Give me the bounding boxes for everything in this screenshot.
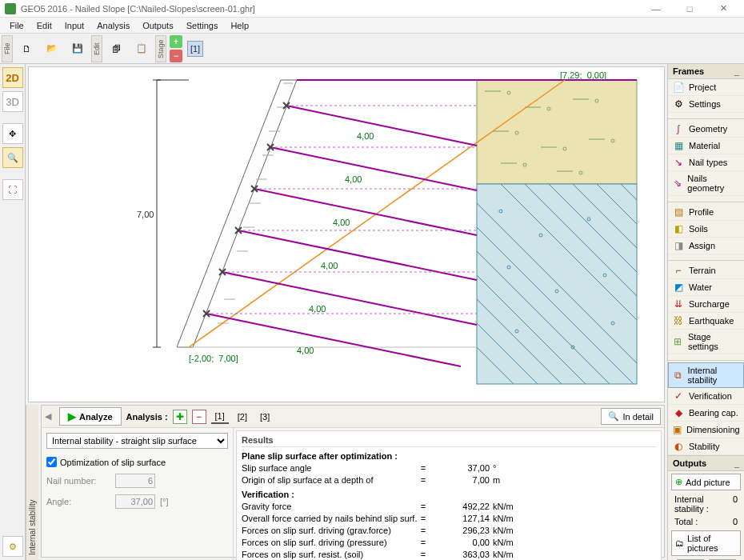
frame-item-bearing-cap-[interactable]: ◆Bearing cap. (668, 405, 744, 422)
frame-item-internal-stability[interactable]: ⧉Internal stability (668, 362, 744, 388)
angle-label: Angle: (46, 497, 110, 506)
list-pictures-button[interactable]: 🗂 List of pictures (671, 530, 741, 556)
view-2d-button[interactable]: 2D (2, 67, 23, 88)
menu-input[interactable]: Input (58, 19, 90, 32)
result-key: Forces on slip surf. driving (pressure) (242, 537, 418, 549)
frame-item-label: Soils (689, 224, 708, 234)
toolbar-group-edit: Edit (91, 35, 102, 62)
result-row: Forces on slip surf. driving (grav.force… (242, 525, 656, 537)
svg-rect-0 (477, 80, 637, 184)
result-unit: kN/m (493, 549, 514, 560)
svg-marker-40 (177, 80, 297, 347)
optimize-checkbox-label: Optimization of slip surface (60, 458, 166, 467)
svg-rect-17 (477, 184, 637, 384)
frames-panel-title: Frames (673, 66, 704, 76)
frame-item-assign[interactable]: ◨Assign (668, 238, 744, 254)
view-3d-button[interactable]: 3D (2, 91, 23, 112)
analysis-tab-1[interactable]: [1] (211, 410, 229, 424)
svg-line-57 (254, 189, 477, 235)
menu-help[interactable]: Help (224, 19, 255, 32)
bottom-tab-label[interactable]: Internal stability (26, 405, 38, 560)
plane-section-title: Plane slip surface after optimization : (242, 450, 656, 462)
result-key: Forces on slip surf. resist. (soil) (242, 549, 418, 560)
frame-icon: ⚙ (673, 98, 684, 110)
fit-extents-button[interactable]: ⛶ (2, 179, 23, 200)
result-unit: ° (493, 462, 496, 474)
list-pictures-label: List of pictures (687, 534, 737, 553)
frames-panel-minimize[interactable]: _ (734, 66, 739, 76)
frame-item-label: Settings (689, 99, 721, 109)
frame-item-water[interactable]: ◩Water (668, 279, 744, 296)
list-pictures-icon: 🗂 (675, 538, 684, 548)
move-icon: ✥ (9, 129, 16, 139)
optimize-checkbox-input[interactable] (46, 457, 57, 467)
window-close[interactable]: ✕ (707, 0, 739, 18)
paste-button[interactable]: 📋 (130, 35, 154, 62)
menu-settings[interactable]: Settings (180, 19, 225, 32)
frame-item-nails-geometry[interactable]: ⇘Nails geometry (668, 171, 744, 196)
outputs-panel-minimize[interactable]: _ (734, 458, 739, 468)
frame-item-geometry[interactable]: ∫Geometry (668, 121, 744, 138)
stage-remove-button[interactable]: − (170, 50, 182, 62)
result-unit: kN/m (493, 525, 514, 537)
in-detail-button[interactable]: 🔍 In detail (601, 408, 661, 425)
in-detail-label: In detail (622, 412, 654, 422)
frame-item-label: Surcharge (689, 299, 730, 309)
frame-item-verification[interactable]: ✓Verification (668, 388, 744, 405)
frame-item-label: Earthquake (689, 316, 734, 326)
frame-item-nail-types[interactable]: ↘Nail types (668, 154, 744, 171)
analysis-remove-button[interactable]: − (192, 410, 206, 424)
frame-item-earthquake[interactable]: ⛓Earthquake (668, 313, 744, 330)
frame-item-profile[interactable]: ▤Profile (668, 204, 744, 221)
nail-number-label: Nail number: (46, 476, 110, 486)
stage-tab-1[interactable]: [1] (187, 41, 203, 57)
optimize-checkbox[interactable]: Optimization of slip surface (46, 457, 228, 467)
open-file-button[interactable]: 📂 (40, 35, 64, 62)
result-key: Origin of slip surface at a depth of (242, 474, 418, 486)
frame-item-soils[interactable]: ◧Soils (668, 221, 744, 238)
frame-item-stability[interactable]: ◐Stability (668, 438, 744, 455)
frame-item-terrain[interactable]: ⌐Terrain (668, 262, 744, 279)
analyze-button[interactable]: ▶ Analyze (59, 407, 122, 426)
stability-mode-select[interactable]: Internal stability - straight slip surfa… (46, 433, 228, 449)
menu-file[interactable]: File (3, 19, 30, 32)
analysis-label: Analysis : (126, 412, 168, 422)
frame-item-material[interactable]: ▦Material (668, 138, 744, 154)
result-row: Overall force carried by nails behind sl… (242, 513, 656, 525)
new-file-button[interactable]: 🗋 (14, 35, 38, 62)
menu-analysis[interactable]: Analysis (90, 19, 136, 32)
add-picture-button[interactable]: ⊕ Add picture (671, 474, 741, 490)
frame-item-label: Terrain (689, 266, 716, 275)
angle-unit: [°] (160, 497, 169, 506)
stage-add-button[interactable]: + (170, 35, 182, 48)
frame-item-label: Nail types (689, 158, 727, 167)
analysis-tab-3[interactable]: [3] (256, 410, 274, 423)
panel-collapse-left[interactable]: ◀ (45, 411, 54, 422)
frame-item-project[interactable]: 📄Project (668, 79, 744, 96)
frame-item-surcharge[interactable]: ⇊Surcharge (668, 296, 744, 313)
frame-item-dimensioning[interactable]: ▣Dimensioning (668, 422, 744, 438)
height-dimension-label: 7,00 (137, 210, 154, 219)
frame-item-settings[interactable]: ⚙Settings (668, 96, 744, 113)
save-file-button[interactable]: 💾 (66, 35, 90, 62)
window-maximize[interactable]: □ (674, 0, 706, 18)
toolbar-group-file: File (2, 35, 13, 62)
frame-item-stage-settings[interactable]: ⊞Stage settings (668, 330, 744, 354)
frame-icon: ▣ (673, 424, 682, 435)
copy-button[interactable]: 🗐 (104, 35, 128, 62)
analysis-tab-2[interactable]: [2] (234, 410, 251, 423)
toolbar-group-stage: Stage (155, 35, 166, 62)
menu-edit[interactable]: Edit (30, 19, 58, 32)
zoom-button[interactable]: 🔍 (2, 147, 23, 168)
drawing-viewport[interactable]: 4,00 4,00 4,00 4,00 4,00 4,00 7,00 [-2,0… (28, 66, 665, 402)
nail-label-5: 4,00 (309, 304, 326, 314)
window-minimize[interactable]: — (640, 0, 672, 18)
window-title: GEO5 2016 - Nailed Slope [C:\Nailed-Slop… (21, 4, 640, 14)
analysis-add-button[interactable]: ✚ (173, 410, 187, 424)
frame-item-label: Project (689, 82, 716, 92)
verif-section-title: Verification : (242, 489, 656, 501)
left-toolstrip: 2D 3D ✥ 🔍 ⛶ ⚙ (0, 64, 26, 560)
settings-gear-button[interactable]: ⚙ (2, 536, 23, 557)
menu-outputs[interactable]: Outputs (136, 19, 180, 32)
pan-button[interactable]: ✥ (2, 123, 23, 144)
